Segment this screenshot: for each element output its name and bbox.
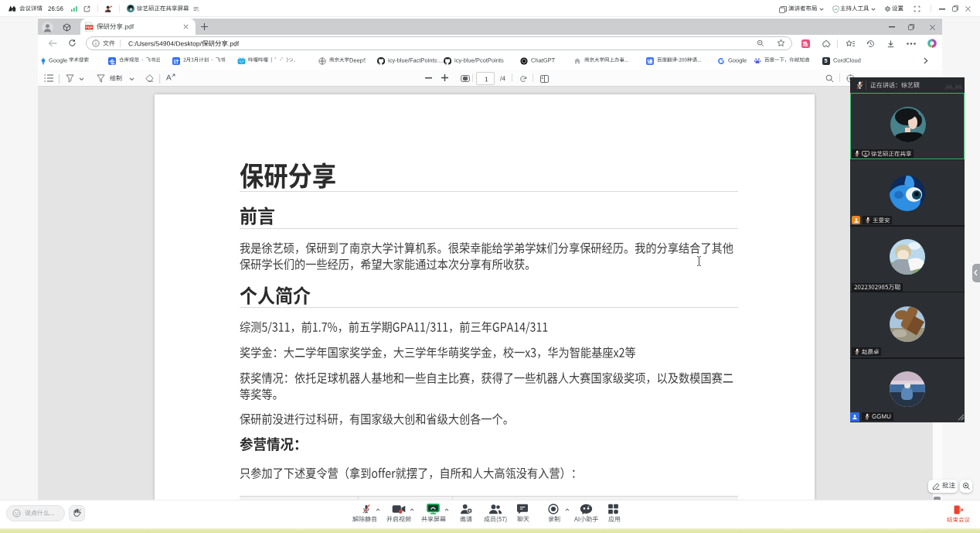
- svg-text:PDF: PDF: [86, 26, 93, 29]
